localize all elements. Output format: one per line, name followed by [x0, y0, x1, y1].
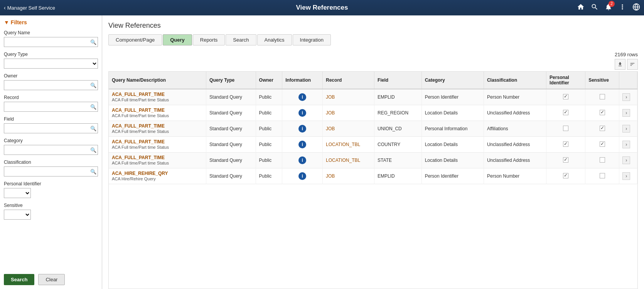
filter-group-field: Field 🔍 [4, 116, 98, 133]
record-link[interactable]: JOB [326, 126, 335, 131]
row-action-button[interactable]: › [622, 125, 630, 133]
classification-input[interactable] [4, 166, 98, 176]
personal-id-checkbox[interactable] [563, 110, 568, 115]
tab-component-page[interactable]: Component/Page [108, 34, 162, 45]
sensitive-checkbox[interactable] [600, 173, 605, 178]
cell-information[interactable]: i [282, 105, 323, 121]
query-name-text[interactable]: ACA_FULL_PART_TIME [112, 92, 203, 97]
tabs-container: Component/Page Query Reports Search Anal… [108, 34, 638, 45]
back-button[interactable]: ‹ Manager Self Service [4, 5, 55, 11]
row-action-button[interactable]: › [622, 93, 630, 101]
cell-information[interactable]: i [282, 121, 323, 137]
info-icon[interactable]: i [298, 125, 306, 133]
field-search-icon[interactable]: 🔍 [90, 126, 96, 131]
cell-classification: Unclassified Address [484, 105, 546, 121]
query-name-text[interactable]: ACA_FULL_PART_TIME [112, 155, 203, 160]
tab-analytics[interactable]: Analytics [257, 34, 292, 45]
personal-id-checkbox[interactable] [563, 173, 568, 178]
field-input[interactable] [4, 123, 98, 133]
cell-information[interactable]: i [282, 137, 323, 153]
classification-search-icon[interactable]: 🔍 [90, 169, 96, 175]
owner-input[interactable] [4, 80, 98, 90]
cell-record: JOB [323, 89, 374, 105]
notifications-icon[interactable]: 2 [605, 3, 612, 13]
personal-id-checkbox[interactable] [563, 126, 568, 131]
cell-record: JOB [323, 168, 374, 184]
personal-id-checkbox[interactable] [563, 157, 568, 163]
cell-classification: Person Number [484, 89, 546, 105]
sidebar-collapse-handle[interactable]: ▮▮ [102, 143, 102, 162]
personal-identifier-select[interactable]: Yes No [4, 188, 31, 198]
home-icon[interactable] [577, 3, 585, 13]
cell-row-action: › [619, 153, 637, 168]
tab-integration[interactable]: Integration [293, 34, 331, 45]
cell-record: JOB [323, 105, 374, 121]
query-type-select[interactable]: Standard Query [4, 59, 98, 69]
info-icon[interactable]: i [298, 93, 306, 101]
filter-label-record: Record [4, 95, 98, 100]
search-icon[interactable] [591, 3, 598, 13]
more-options-icon[interactable] [619, 3, 626, 13]
category-input[interactable] [4, 145, 98, 155]
sensitive-select[interactable]: Yes No [4, 210, 31, 220]
sidebar-buttons: Search Clear [4, 270, 98, 285]
record-link[interactable]: JOB [326, 173, 335, 179]
sensitive-checkbox[interactable] [600, 157, 605, 163]
record-search-icon[interactable]: 🔍 [90, 104, 96, 110]
row-action-button[interactable]: › [622, 156, 630, 164]
main-layout: ▼ Filters Query Name 🔍 Query Type Standa… [0, 15, 644, 289]
info-icon[interactable]: i [298, 172, 306, 180]
content-title: View References [108, 22, 638, 30]
row-action-button[interactable]: › [622, 172, 630, 180]
filter-label-query-type: Query Type [4, 52, 98, 57]
clear-button[interactable]: Clear [38, 274, 65, 285]
record-link[interactable]: LOCATION_TBL [326, 158, 360, 163]
info-icon[interactable]: i [298, 156, 306, 164]
personal-id-checkbox[interactable] [563, 94, 568, 99]
query-name-text[interactable]: ACA_FULL_PART_TIME [112, 123, 203, 129]
query-name-text[interactable]: ACA_FULL_PART_TIME [112, 139, 203, 144]
table-row: ACA_FULL_PART_TIME ACA Full time/Part ti… [109, 153, 637, 168]
query-name-input[interactable] [4, 37, 98, 47]
sensitive-checkbox[interactable] [600, 94, 605, 99]
owner-search-icon[interactable]: 🔍 [90, 82, 96, 88]
category-search-icon[interactable]: 🔍 [90, 147, 96, 153]
globe-icon[interactable] [632, 3, 640, 13]
cell-information[interactable]: i [282, 153, 323, 168]
cell-information[interactable]: i [282, 89, 323, 105]
filter-label-owner: Owner [4, 73, 98, 79]
nav-icons: 2 [577, 3, 640, 13]
cell-personal-id [546, 121, 585, 137]
personal-id-checkbox[interactable] [563, 141, 568, 147]
row-action-button[interactable]: › [622, 109, 630, 117]
info-icon[interactable]: i [298, 109, 306, 117]
query-name-search-icon[interactable]: 🔍 [90, 39, 96, 45]
sort-icon[interactable] [627, 59, 638, 70]
row-action-button[interactable]: › [622, 141, 630, 148]
query-name-text[interactable]: ACA_FULL_PART_TIME [112, 108, 203, 113]
tab-reports[interactable]: Reports [193, 34, 225, 45]
cell-personal-id [546, 168, 585, 184]
tab-query[interactable]: Query [163, 34, 192, 45]
sensitive-checkbox[interactable] [600, 126, 605, 131]
data-table: Query Name/Description Query Type Owner … [109, 72, 637, 184]
record-link[interactable]: LOCATION_TBL [326, 142, 360, 147]
filter-input-wrap-owner: 🔍 [4, 80, 98, 90]
search-button[interactable]: Search [4, 274, 34, 285]
cell-query-type: Standard Query [206, 168, 256, 184]
cell-sensitive [585, 168, 619, 184]
info-icon[interactable]: i [298, 141, 306, 148]
record-input[interactable] [4, 102, 98, 112]
export-icon[interactable] [615, 59, 625, 70]
query-name-text[interactable]: ACA_HIRE_REHIRE_QRY [112, 171, 203, 176]
tab-search[interactable]: Search [226, 34, 256, 45]
sensitive-checkbox[interactable] [600, 141, 605, 147]
cell-information[interactable]: i [282, 168, 323, 184]
record-link[interactable]: JOB [326, 110, 335, 116]
notification-badge: 2 [609, 1, 615, 7]
filter-label-query-name: Query Name [4, 30, 98, 35]
sensitive-checkbox[interactable] [600, 110, 605, 115]
cell-query-name: ACA_FULL_PART_TIME ACA Full time/Part ti… [109, 153, 206, 168]
record-link[interactable]: JOB [326, 94, 335, 100]
cell-category: Location Details [421, 153, 484, 168]
